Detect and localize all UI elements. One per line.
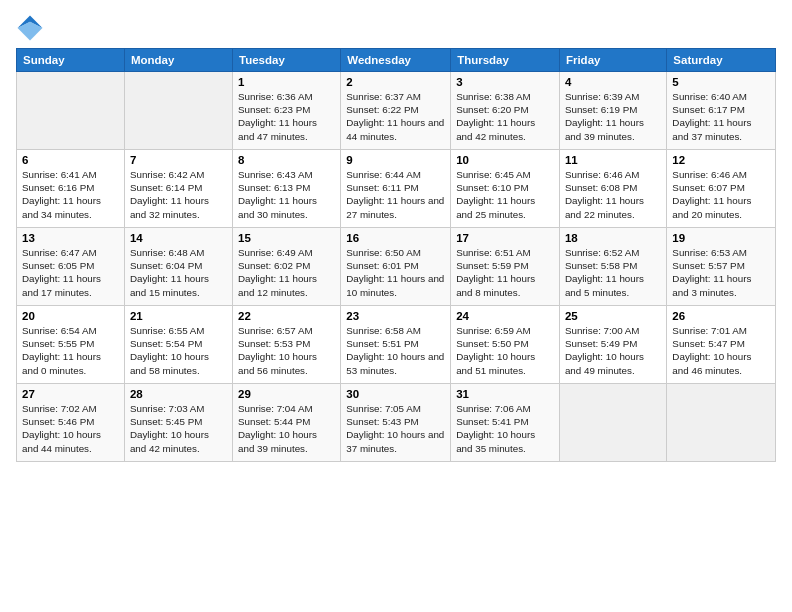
day-info: Sunrise: 6:53 AMSunset: 5:57 PMDaylight:… <box>672 246 770 299</box>
day-number: 30 <box>346 388 445 400</box>
day-number: 10 <box>456 154 554 166</box>
col-header-sunday: Sunday <box>17 49 125 72</box>
day-info: Sunrise: 6:47 AMSunset: 6:05 PMDaylight:… <box>22 246 119 299</box>
day-info: Sunrise: 6:50 AMSunset: 6:01 PMDaylight:… <box>346 246 445 299</box>
day-info: Sunrise: 6:36 AMSunset: 6:23 PMDaylight:… <box>238 90 335 143</box>
day-info: Sunrise: 7:03 AMSunset: 5:45 PMDaylight:… <box>130 402 227 455</box>
col-header-monday: Monday <box>124 49 232 72</box>
week-row-2: 6Sunrise: 6:41 AMSunset: 6:16 PMDaylight… <box>17 150 776 228</box>
day-info: Sunrise: 7:05 AMSunset: 5:43 PMDaylight:… <box>346 402 445 455</box>
day-cell: 26Sunrise: 7:01 AMSunset: 5:47 PMDayligh… <box>667 306 776 384</box>
day-number: 5 <box>672 76 770 88</box>
day-number: 8 <box>238 154 335 166</box>
day-number: 17 <box>456 232 554 244</box>
col-header-saturday: Saturday <box>667 49 776 72</box>
day-number: 1 <box>238 76 335 88</box>
calendar-table: SundayMondayTuesdayWednesdayThursdayFrid… <box>16 48 776 462</box>
day-number: 13 <box>22 232 119 244</box>
col-header-thursday: Thursday <box>451 49 560 72</box>
day-info: Sunrise: 6:46 AMSunset: 6:07 PMDaylight:… <box>672 168 770 221</box>
logo-icon <box>16 14 44 42</box>
day-info: Sunrise: 6:51 AMSunset: 5:59 PMDaylight:… <box>456 246 554 299</box>
day-number: 12 <box>672 154 770 166</box>
day-cell: 6Sunrise: 6:41 AMSunset: 6:16 PMDaylight… <box>17 150 125 228</box>
day-cell: 23Sunrise: 6:58 AMSunset: 5:51 PMDayligh… <box>341 306 451 384</box>
week-row-4: 20Sunrise: 6:54 AMSunset: 5:55 PMDayligh… <box>17 306 776 384</box>
col-header-friday: Friday <box>559 49 666 72</box>
day-number: 23 <box>346 310 445 322</box>
day-info: Sunrise: 6:42 AMSunset: 6:14 PMDaylight:… <box>130 168 227 221</box>
day-info: Sunrise: 6:55 AMSunset: 5:54 PMDaylight:… <box>130 324 227 377</box>
day-cell: 3Sunrise: 6:38 AMSunset: 6:20 PMDaylight… <box>451 72 560 150</box>
day-info: Sunrise: 6:57 AMSunset: 5:53 PMDaylight:… <box>238 324 335 377</box>
day-cell <box>667 384 776 462</box>
day-info: Sunrise: 7:01 AMSunset: 5:47 PMDaylight:… <box>672 324 770 377</box>
day-info: Sunrise: 6:37 AMSunset: 6:22 PMDaylight:… <box>346 90 445 143</box>
day-info: Sunrise: 6:54 AMSunset: 5:55 PMDaylight:… <box>22 324 119 377</box>
day-number: 2 <box>346 76 445 88</box>
day-number: 24 <box>456 310 554 322</box>
day-cell: 29Sunrise: 7:04 AMSunset: 5:44 PMDayligh… <box>233 384 341 462</box>
day-number: 22 <box>238 310 335 322</box>
day-info: Sunrise: 6:39 AMSunset: 6:19 PMDaylight:… <box>565 90 661 143</box>
day-cell: 12Sunrise: 6:46 AMSunset: 6:07 PMDayligh… <box>667 150 776 228</box>
day-info: Sunrise: 6:58 AMSunset: 5:51 PMDaylight:… <box>346 324 445 377</box>
day-number: 6 <box>22 154 119 166</box>
day-cell: 9Sunrise: 6:44 AMSunset: 6:11 PMDaylight… <box>341 150 451 228</box>
day-cell: 22Sunrise: 6:57 AMSunset: 5:53 PMDayligh… <box>233 306 341 384</box>
day-cell: 17Sunrise: 6:51 AMSunset: 5:59 PMDayligh… <box>451 228 560 306</box>
day-info: Sunrise: 6:45 AMSunset: 6:10 PMDaylight:… <box>456 168 554 221</box>
day-number: 9 <box>346 154 445 166</box>
day-cell: 24Sunrise: 6:59 AMSunset: 5:50 PMDayligh… <box>451 306 560 384</box>
day-info: Sunrise: 6:59 AMSunset: 5:50 PMDaylight:… <box>456 324 554 377</box>
day-number: 19 <box>672 232 770 244</box>
day-info: Sunrise: 7:06 AMSunset: 5:41 PMDaylight:… <box>456 402 554 455</box>
day-cell: 13Sunrise: 6:47 AMSunset: 6:05 PMDayligh… <box>17 228 125 306</box>
day-number: 25 <box>565 310 661 322</box>
day-cell: 10Sunrise: 6:45 AMSunset: 6:10 PMDayligh… <box>451 150 560 228</box>
day-info: Sunrise: 6:52 AMSunset: 5:58 PMDaylight:… <box>565 246 661 299</box>
day-number: 7 <box>130 154 227 166</box>
day-cell: 16Sunrise: 6:50 AMSunset: 6:01 PMDayligh… <box>341 228 451 306</box>
day-info: Sunrise: 6:40 AMSunset: 6:17 PMDaylight:… <box>672 90 770 143</box>
day-cell: 25Sunrise: 7:00 AMSunset: 5:49 PMDayligh… <box>559 306 666 384</box>
day-info: Sunrise: 7:02 AMSunset: 5:46 PMDaylight:… <box>22 402 119 455</box>
day-info: Sunrise: 6:44 AMSunset: 6:11 PMDaylight:… <box>346 168 445 221</box>
day-number: 11 <box>565 154 661 166</box>
day-cell: 31Sunrise: 7:06 AMSunset: 5:41 PMDayligh… <box>451 384 560 462</box>
day-info: Sunrise: 7:04 AMSunset: 5:44 PMDaylight:… <box>238 402 335 455</box>
day-cell: 1Sunrise: 6:36 AMSunset: 6:23 PMDaylight… <box>233 72 341 150</box>
week-row-1: 1Sunrise: 6:36 AMSunset: 6:23 PMDaylight… <box>17 72 776 150</box>
day-cell: 21Sunrise: 6:55 AMSunset: 5:54 PMDayligh… <box>124 306 232 384</box>
day-info: Sunrise: 6:49 AMSunset: 6:02 PMDaylight:… <box>238 246 335 299</box>
day-cell: 5Sunrise: 6:40 AMSunset: 6:17 PMDaylight… <box>667 72 776 150</box>
day-cell: 19Sunrise: 6:53 AMSunset: 5:57 PMDayligh… <box>667 228 776 306</box>
logo <box>16 14 46 42</box>
day-cell: 4Sunrise: 6:39 AMSunset: 6:19 PMDaylight… <box>559 72 666 150</box>
day-cell: 11Sunrise: 6:46 AMSunset: 6:08 PMDayligh… <box>559 150 666 228</box>
col-header-tuesday: Tuesday <box>233 49 341 72</box>
day-cell: 20Sunrise: 6:54 AMSunset: 5:55 PMDayligh… <box>17 306 125 384</box>
day-cell <box>17 72 125 150</box>
day-number: 29 <box>238 388 335 400</box>
day-info: Sunrise: 6:46 AMSunset: 6:08 PMDaylight:… <box>565 168 661 221</box>
day-number: 20 <box>22 310 119 322</box>
day-cell: 7Sunrise: 6:42 AMSunset: 6:14 PMDaylight… <box>124 150 232 228</box>
day-cell: 2Sunrise: 6:37 AMSunset: 6:22 PMDaylight… <box>341 72 451 150</box>
day-cell <box>124 72 232 150</box>
day-number: 14 <box>130 232 227 244</box>
day-number: 26 <box>672 310 770 322</box>
day-cell: 27Sunrise: 7:02 AMSunset: 5:46 PMDayligh… <box>17 384 125 462</box>
day-cell <box>559 384 666 462</box>
day-number: 4 <box>565 76 661 88</box>
day-cell: 8Sunrise: 6:43 AMSunset: 6:13 PMDaylight… <box>233 150 341 228</box>
day-info: Sunrise: 6:38 AMSunset: 6:20 PMDaylight:… <box>456 90 554 143</box>
day-number: 21 <box>130 310 227 322</box>
day-cell: 18Sunrise: 6:52 AMSunset: 5:58 PMDayligh… <box>559 228 666 306</box>
day-number: 15 <box>238 232 335 244</box>
day-number: 3 <box>456 76 554 88</box>
day-cell: 15Sunrise: 6:49 AMSunset: 6:02 PMDayligh… <box>233 228 341 306</box>
day-cell: 30Sunrise: 7:05 AMSunset: 5:43 PMDayligh… <box>341 384 451 462</box>
day-cell: 14Sunrise: 6:48 AMSunset: 6:04 PMDayligh… <box>124 228 232 306</box>
day-cell: 28Sunrise: 7:03 AMSunset: 5:45 PMDayligh… <box>124 384 232 462</box>
